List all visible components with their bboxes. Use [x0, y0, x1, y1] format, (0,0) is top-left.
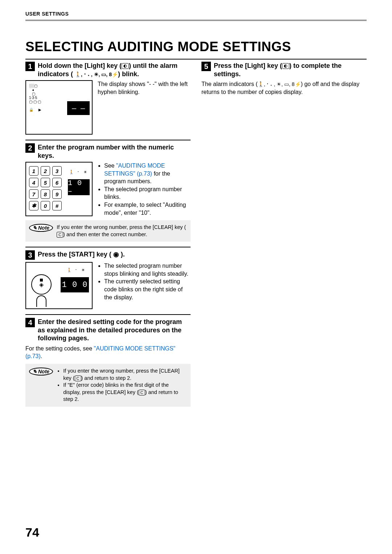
alarm-indicator-icons: 🚶, ⠂⠄, ☀, ▭, 8⚡ — [258, 81, 301, 87]
light-key-icon: ◐ — [282, 63, 289, 69]
diagram-misc-icons: ░░▢ ◂ ▢1·3·5▢·▢·▢🔒 ▶ — [29, 84, 41, 112]
page-number: 74 — [25, 525, 39, 539]
step-2-bullet-3: For example, to select "Auditing mode", … — [104, 201, 191, 217]
n4b1b: ) and return to step 2. — [81, 375, 132, 381]
lcd-display-3: 1 0 0 — [61, 277, 89, 292]
step-3-bullet-2: The currently selected setting code blin… — [104, 278, 191, 301]
page-title: SELECTING AUDITING MODE SETTINGS — [25, 39, 367, 54]
step-1-title-a: Hold down the [Light] key ( — [38, 62, 122, 69]
step-5: 5 Press the [Light] key (◐) to complete … — [201, 62, 367, 96]
key-0: 0 — [41, 201, 50, 210]
step-1: 1 Hold down the [Light] key (◐) until th… — [25, 62, 191, 135]
step-3-bullet-1: The selected program number stops blinki… — [104, 262, 191, 278]
clear-key-icon: C — [75, 376, 81, 381]
step-5-body-a: The alarm indicators ( — [201, 81, 258, 87]
step-2-title: Enter the program number with the numeri… — [38, 143, 191, 160]
step-4-note-bullet-2: If "E" (error code) blinks in the first … — [63, 382, 187, 403]
key-7: 7 — [29, 189, 38, 199]
step-2-bullet-1: See "AUDITING MODE SETTINGS" (p.73) for … — [104, 162, 191, 185]
clear-key-icon: C — [57, 232, 63, 238]
pencil-icon: ✎ — [33, 369, 37, 374]
step-3-diagram: ◈ 🚶 ⠂ ☀ 1 0 0 — [25, 262, 93, 309]
step-4-body-a: For the setting codes, see — [25, 345, 94, 352]
key-1: 1 — [29, 166, 38, 176]
pencil-icon: ✎ — [33, 225, 37, 231]
key-3: 3 — [52, 166, 62, 176]
light-key-icon: ◐ — [122, 63, 129, 69]
header-section: USER SETTINGS — [25, 11, 367, 21]
diagram-icon-row: 🚶 ⠂ ☀ — [67, 268, 86, 272]
key-8: 8 — [41, 189, 50, 199]
note-label: Note — [38, 369, 49, 374]
key-2: 2 — [41, 166, 50, 176]
step-5-title: Press the [Light] key (◐) to complete th… — [214, 62, 367, 78]
title-rule — [25, 59, 367, 59]
step-2-note-text: If you enter the wrong number, press the… — [57, 224, 187, 238]
step-number-4: 4 — [25, 318, 35, 327]
step-4-body: For the setting codes, see "AUDITING MOD… — [25, 345, 191, 360]
step-4-note-text: If you enter the wrong number, press the… — [57, 368, 187, 403]
start-button-icon: ◈ — [31, 274, 52, 295]
step-1-title-c: ) blink. — [118, 70, 139, 78]
step-4-note: ✎Note If you enter the wrong number, pre… — [25, 364, 191, 407]
note2-a: If you enter the wrong number, press the… — [57, 224, 186, 230]
note-badge: ✎Note — [29, 368, 53, 376]
step-2-bullet-2: The selected program number blinks. — [104, 185, 191, 201]
lcd-display-1: – – — [67, 101, 90, 115]
step-2-bullets: See "AUDITING MODE SETTINGS" (p.73) for … — [98, 162, 191, 217]
key-4: 4 — [29, 178, 38, 187]
finger-icon — [36, 295, 46, 307]
step-1-body: The display shows "- -" with the left hy… — [98, 80, 191, 96]
step-2-b1a: See — [104, 163, 116, 169]
step-2-note: ✎Note If you enter the wrong number, pre… — [25, 220, 191, 242]
alarm-indicator-icons: 🚶, ⠂⠄, ☀, ▭, 8⚡ — [75, 71, 118, 77]
step-divider — [25, 247, 191, 247]
key-hash: # — [52, 201, 62, 210]
step-divider — [25, 314, 191, 315]
numeric-keypad: 1 2 3 4 5 6 7 8 9 ✱ 0 # — [29, 166, 62, 210]
clear-key-icon: C — [139, 390, 145, 395]
step-number-3: 3 — [25, 250, 35, 260]
step-3-title: Press the [START] key ( ◉ ). — [38, 250, 125, 259]
step-1-diagram: ░░▢ ◂ ▢1·3·5▢·▢·▢🔒 ▶ – – — [25, 80, 93, 135]
note-badge: ✎Note — [29, 224, 53, 232]
step-4-body-b: . — [41, 353, 42, 359]
note-label: Note — [38, 225, 49, 231]
step-4-note-bullet-1: If you enter the wrong number, press the… — [63, 368, 187, 382]
lcd-display-2: 1 0 – — [68, 179, 90, 195]
step-4: 4 Enter the desired setting code for the… — [25, 318, 191, 407]
step-divider — [25, 140, 191, 140]
step-number-1: 1 — [25, 62, 35, 71]
step-number-5: 5 — [201, 62, 211, 71]
key-star: ✱ — [29, 201, 38, 210]
step-1-title: Hold down the [Light] key (◐) until the … — [38, 62, 191, 78]
step-5-title-a: Press the [Light] key ( — [214, 62, 282, 69]
step-5-body: The alarm indicators (🚶, ⠂⠄, ☀, ▭, 8⚡) g… — [201, 80, 367, 96]
key-5: 5 — [41, 178, 50, 187]
step-number-2: 2 — [25, 143, 35, 153]
step-2-diagram: 1 2 3 4 5 6 7 8 9 ✱ 0 # 🚶 ⠂ ☀ 1 0 – — [25, 162, 93, 216]
key-9: 9 — [52, 189, 62, 199]
diagram-icon-row: 🚶 ⠂ ☀ — [69, 170, 88, 175]
step-4-title: Enter the desired setting code for the p… — [38, 318, 191, 342]
step-3: 3 Press the [START] key ( ◉ ). ◈ 🚶 ⠂ ☀ 1… — [25, 250, 191, 309]
note2-b: ) and then enter the correct number. — [63, 231, 147, 237]
step-2: 2 Enter the program number with the nume… — [25, 143, 191, 242]
key-6: 6 — [52, 178, 62, 187]
step-3-bullets: The selected program number stops blinki… — [98, 262, 191, 301]
